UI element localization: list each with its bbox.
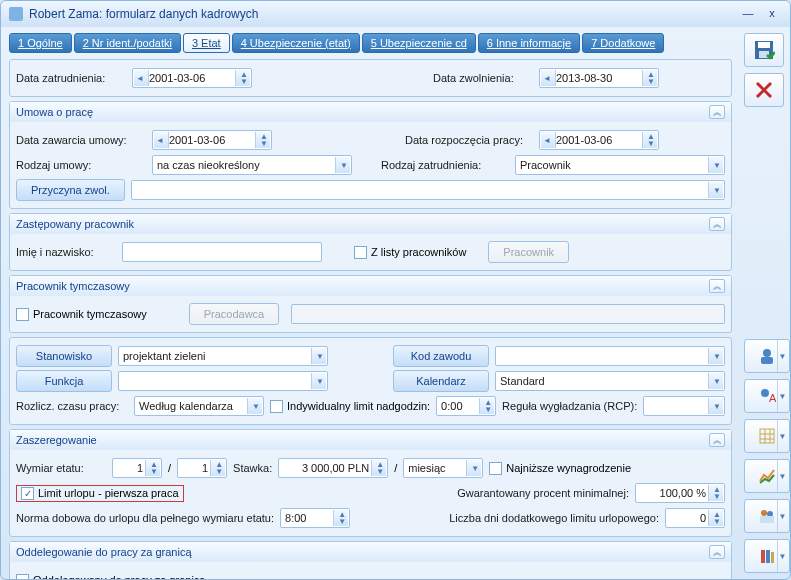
replaced-name-label: Imię i nazwisko:	[16, 246, 116, 258]
collapse-icon[interactable]: ︽	[709, 279, 725, 293]
slash-label: /	[168, 462, 171, 474]
contract-section-title: Umowa o pracę	[16, 106, 709, 118]
contract-type-label: Rodzaj umowy:	[16, 159, 146, 171]
tool-button-4[interactable]: ▼	[744, 459, 790, 493]
close-button[interactable]: x	[762, 6, 782, 22]
first-job-limit-checkbox[interactable]: ✓Limit urlopu - pierwsza praca	[21, 487, 179, 500]
hire-date-field[interactable]: ◄2001-03-06▲▼	[132, 68, 252, 88]
stanowisko-combo[interactable]: projektant zieleni▼	[118, 346, 328, 366]
per-slash: /	[394, 462, 397, 474]
abroad-section-title: Oddelegowanie do pracy za granicą	[16, 546, 709, 558]
tool-button-5[interactable]: ▼	[744, 499, 790, 533]
norma-field[interactable]: 8:00▲▼	[280, 508, 350, 528]
tool-button-1[interactable]: ▼	[744, 339, 790, 373]
time-settle-combo[interactable]: Według kalendarza▼	[134, 396, 264, 416]
svg-rect-14	[760, 516, 774, 523]
floppy-disk-icon	[753, 39, 775, 61]
tab-ubezp-etat[interactable]: 4 Ubezpieczenie (etat)	[232, 33, 360, 53]
start-date-field[interactable]: ◄2001-03-06▲▼	[539, 130, 659, 150]
x-icon	[754, 80, 774, 100]
termination-reason-button[interactable]: Przyczyna zwol.	[16, 179, 125, 201]
person-a-icon: A	[758, 387, 776, 405]
start-date-label: Data rozpoczęcia pracy:	[405, 134, 533, 146]
min-wage-checkbox[interactable]: Najniższe wynagrodzenie	[489, 462, 631, 475]
svg-text:A: A	[769, 392, 776, 404]
svg-rect-16	[766, 550, 770, 563]
svg-rect-15	[761, 550, 765, 563]
svg-point-3	[763, 349, 771, 357]
contract-type-combo[interactable]: na czas nieokreślony▼	[152, 155, 352, 175]
first-job-highlight: ✓Limit urlopu - pierwsza praca	[16, 485, 184, 502]
tab-ident[interactable]: 2 Nr ident./podatki	[74, 33, 181, 53]
employment-type-label: Rodzaj zatrudnienia:	[381, 159, 509, 171]
collapse-icon[interactable]: ︽	[709, 545, 725, 559]
tab-ubezp-cd[interactable]: 5 Ubezpieczenie cd	[362, 33, 476, 53]
person-icon	[758, 347, 776, 365]
cancel-button[interactable]	[744, 73, 784, 107]
kod-zawodu-combo[interactable]: ▼	[495, 346, 725, 366]
svg-rect-4	[761, 357, 773, 364]
abroad-checkbox[interactable]: Oddelegowany do pracy za granicą	[16, 574, 205, 580]
individual-limit-checkbox[interactable]: Indywidualny limit nadgodzin:	[270, 400, 430, 413]
extra-days-field[interactable]: 0▲▼	[665, 508, 725, 528]
tool-button-6[interactable]: ▼	[744, 539, 790, 573]
temp-worker-checkbox[interactable]: Pracownik tymczasowy	[16, 308, 147, 321]
employment-type-combo[interactable]: Pracownik▼	[515, 155, 725, 175]
tab-etat[interactable]: 3 Etat	[183, 33, 230, 53]
time-settle-label: Rozlicz. czasu pracy:	[16, 400, 128, 412]
gwar-label: Gwarantowany procent minimalnej:	[457, 487, 629, 499]
tab-inne[interactable]: 6 Inne informacje	[478, 33, 580, 53]
sign-date-label: Data zawarcia umowy:	[16, 134, 146, 146]
grade-section-title: Zaszeregowanie	[16, 434, 709, 446]
tool-button-2[interactable]: A▼	[744, 379, 790, 413]
rcp-label: Reguła wygładzania (RCP):	[502, 400, 637, 412]
funkcja-button[interactable]: Funkcja	[16, 370, 112, 392]
kalendarz-combo[interactable]: Standard▼	[495, 371, 725, 391]
svg-point-12	[761, 510, 767, 516]
chart-icon	[758, 467, 776, 485]
temp-section-title: Pracownik tymczasowy	[16, 280, 709, 292]
window-title: Robert Zama: formularz danych kadrowych	[29, 7, 734, 21]
tab-dodatkowe[interactable]: 7 Dodatkowe	[582, 33, 664, 53]
tab-ogolne[interactable]: 1 Ogólne	[9, 33, 72, 53]
kod-zawodu-button[interactable]: Kod zawodu	[393, 345, 489, 367]
termination-reason-combo[interactable]: ▼	[131, 180, 725, 200]
employer-input	[291, 304, 725, 324]
individual-limit-field[interactable]: 0:00▲▼	[436, 396, 496, 416]
kalendarz-button[interactable]: Kalendarz	[393, 370, 489, 392]
tool-button-3[interactable]: ▼	[744, 419, 790, 453]
tab-bar: 1 Ogólne 2 Nr ident./podatki 3 Etat 4 Ub…	[9, 33, 732, 53]
wymiar-num-field[interactable]: 1▲▼	[112, 458, 162, 478]
replaced-section-title: Zastępowany pracownik	[16, 218, 709, 230]
fire-date-field[interactable]: ◄2013-08-30▲▼	[539, 68, 659, 88]
sign-date-field[interactable]: ◄2001-03-06▲▼	[152, 130, 272, 150]
collapse-icon[interactable]: ︽	[709, 433, 725, 447]
worker-button: Pracownik	[488, 241, 569, 263]
extra-days-label: Liczba dni dodatkowego limitu urlopowego…	[449, 512, 659, 524]
svg-rect-17	[771, 552, 774, 563]
stanowisko-button[interactable]: Stanowisko	[16, 345, 112, 367]
collapse-icon[interactable]: ︽	[709, 105, 725, 119]
svg-rect-1	[758, 42, 770, 48]
per-combo[interactable]: miesiąc▼	[403, 458, 483, 478]
from-list-checkbox[interactable]: Z listy pracowników	[354, 246, 466, 259]
collapse-icon[interactable]: ︽	[709, 217, 725, 231]
stawka-field[interactable]: 3 000,00 PLN▲▼	[278, 458, 388, 478]
books-icon	[758, 547, 776, 565]
replaced-name-input[interactable]	[122, 242, 322, 262]
gwar-field[interactable]: 100,00 %▲▼	[635, 483, 725, 503]
svg-rect-7	[760, 429, 774, 443]
funkcja-combo[interactable]: ▼	[118, 371, 328, 391]
minimize-button[interactable]: —	[738, 6, 758, 22]
grid-icon	[758, 427, 776, 445]
svg-point-5	[761, 389, 769, 397]
rcp-combo[interactable]: ▼	[643, 396, 725, 416]
fire-date-label: Data zwolnienia:	[433, 72, 533, 84]
stawka-label: Stawka:	[233, 462, 272, 474]
hire-date-label: Data zatrudnienia:	[16, 72, 126, 84]
save-button[interactable]	[744, 33, 784, 67]
norma-label: Norma dobowa do urlopu dla pełnego wymia…	[16, 512, 274, 524]
people-icon	[758, 507, 776, 525]
app-icon	[9, 7, 23, 21]
wymiar-den-field[interactable]: 1▲▼	[177, 458, 227, 478]
